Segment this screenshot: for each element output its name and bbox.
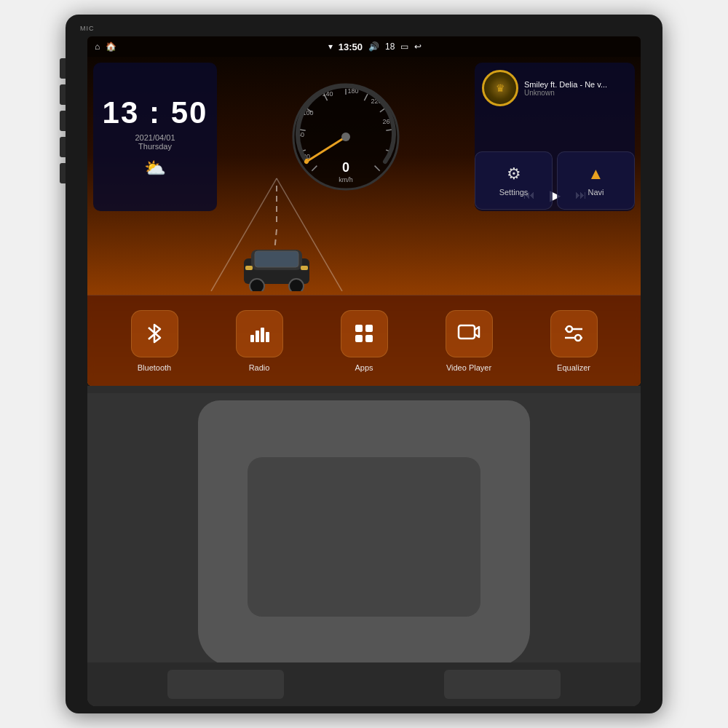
- svg-rect-42: [459, 325, 475, 339]
- bluetooth-button[interactable]: Bluetooth: [114, 310, 194, 372]
- status-left: ⌂ 🏠: [95, 41, 116, 52]
- side-btn-2[interactable]: [60, 84, 66, 105]
- volume-icon: 🔊: [368, 41, 379, 52]
- status-bar: ⌂ 🏠 ▾ 13:50 🔊 18 ▭ ↩: [87, 36, 641, 57]
- apps-icon-wrap: [341, 310, 388, 357]
- mount-body: [87, 393, 641, 706]
- mount-inner-cutout: [248, 457, 480, 617]
- navi-label: Navi: [587, 188, 604, 197]
- car-mount: [87, 386, 641, 706]
- radio-button[interactable]: Radio: [219, 310, 299, 372]
- side-buttons: [60, 58, 66, 183]
- road-svg: [197, 164, 357, 291]
- navi-button[interactable]: ▲ Navi: [557, 151, 635, 210]
- status-time: 13:50: [339, 41, 363, 52]
- radio-icon: [248, 322, 271, 345]
- house-icon[interactable]: 🏠: [106, 41, 116, 52]
- back-icon[interactable]: ↩: [414, 41, 422, 52]
- side-btn-3[interactable]: [60, 111, 66, 131]
- main-content: 13 : 50 2021/04/01 Thursday ⛅: [87, 57, 641, 386]
- svg-rect-39: [365, 325, 373, 332]
- svg-rect-41: [365, 335, 373, 342]
- svg-rect-34: [250, 335, 254, 342]
- volume-level: 18: [385, 41, 395, 52]
- svg-rect-32: [245, 266, 253, 270]
- clock-date: 2021/04/01: [135, 133, 175, 142]
- radio-icon-wrap: [236, 310, 283, 357]
- status-center: ▾ 13:50 🔊 18 ▭ ↩: [328, 41, 422, 52]
- music-info: Smiley ft. Delia - Ne v... Unknown: [524, 80, 628, 97]
- quick-buttons-row: ⚙ Settings ▲ Navi: [475, 151, 635, 210]
- equalizer-icon: [562, 322, 585, 345]
- mount-cutout: [198, 400, 530, 667]
- crown-icon: ♛: [496, 82, 505, 94]
- settings-button[interactable]: ⚙ Settings: [475, 151, 553, 210]
- music-title: Smiley ft. Delia - Ne v...: [524, 80, 628, 89]
- video-button[interactable]: Video Player: [429, 310, 509, 372]
- wifi-icon: ▾: [328, 41, 333, 52]
- mount-bottom-frame: [87, 662, 641, 706]
- video-icon-wrap: [446, 310, 493, 357]
- settings-icon: ⚙: [507, 165, 521, 183]
- svg-rect-38: [355, 325, 363, 332]
- device-wrapper: MIC ⌂ 🏠 ▾ 13:50 🔊: [0, 0, 728, 728]
- device-outer: MIC ⌂ 🏠 ▾ 13:50 🔊: [66, 15, 662, 713]
- svg-rect-37: [266, 332, 269, 342]
- bluetooth-label: Bluetooth: [138, 363, 171, 372]
- bluetooth-icon-wrap: [131, 310, 178, 357]
- svg-point-31: [289, 279, 304, 291]
- music-artist: Unknown: [524, 89, 628, 97]
- mount-tab-right: [444, 670, 561, 699]
- bluetooth-icon: [143, 322, 166, 345]
- home-icon[interactable]: ⌂: [95, 41, 100, 52]
- side-btn-1[interactable]: [60, 58, 66, 79]
- car-road-scene: [197, 164, 357, 291]
- apps-label: Apps: [355, 363, 373, 372]
- mic-label: MIC: [80, 25, 95, 32]
- weather-icon: ⛅: [144, 158, 166, 178]
- svg-rect-33: [301, 266, 308, 270]
- svg-rect-40: [355, 335, 363, 342]
- apps-icon: [352, 322, 376, 345]
- music-top: ♛ Smiley ft. Delia - Ne v... Unknown: [482, 70, 628, 106]
- navi-icon: ▲: [588, 165, 604, 183]
- equalizer-button[interactable]: Equalizer: [534, 310, 614, 372]
- screen: ⌂ 🏠 ▾ 13:50 🔊 18 ▭ ↩: [87, 36, 641, 386]
- svg-point-44: [566, 326, 572, 332]
- svg-point-30: [250, 279, 264, 291]
- mount-tab-left: [167, 670, 284, 699]
- svg-rect-35: [256, 331, 259, 342]
- settings-label: Settings: [499, 188, 529, 197]
- video-icon: [457, 322, 480, 345]
- radio-label: Radio: [249, 363, 270, 372]
- video-label: Video Player: [446, 363, 491, 372]
- equalizer-icon-wrap: [550, 310, 598, 357]
- svg-point-20: [341, 132, 350, 141]
- apps-button[interactable]: Apps: [324, 310, 404, 372]
- music-album: ♛: [482, 70, 518, 106]
- equalizer-label: Equalizer: [557, 363, 590, 372]
- svg-rect-36: [261, 328, 264, 342]
- svg-rect-29: [255, 251, 298, 267]
- clock-day: Thursday: [138, 142, 172, 151]
- side-btn-4[interactable]: [60, 137, 66, 157]
- clock-time: 13 : 50: [103, 95, 208, 130]
- battery-icon: ▭: [400, 41, 408, 52]
- side-btn-5[interactable]: [60, 163, 66, 183]
- bottom-app-bar: Bluetooth Rad: [87, 295, 641, 386]
- svg-point-46: [575, 335, 581, 341]
